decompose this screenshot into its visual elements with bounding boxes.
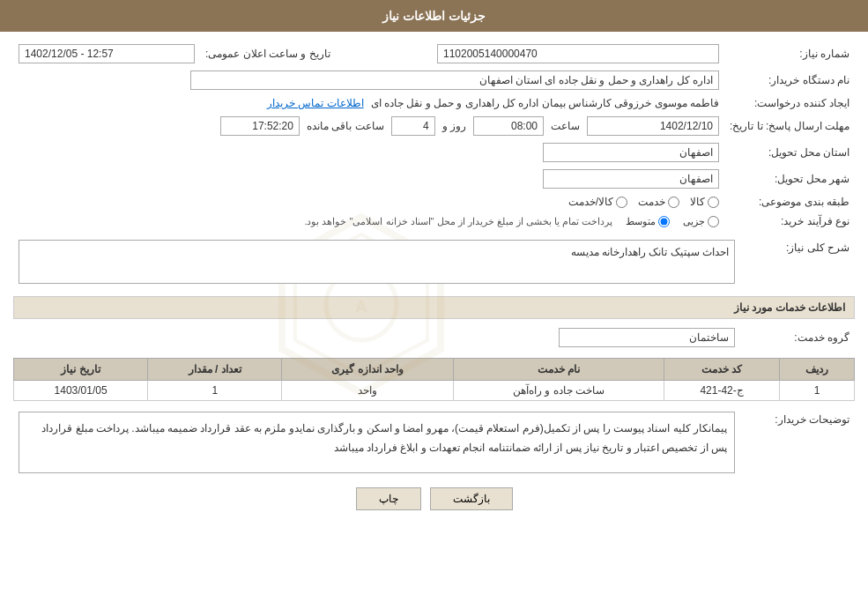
- category-goods-service[interactable]: کالا/خدمت: [568, 196, 627, 208]
- category-goods[interactable]: کالا: [690, 196, 719, 208]
- announce-date-label: تاریخ و ساعت اعلان عمومی:: [200, 41, 336, 67]
- cell-date: 1403/01/05: [14, 381, 148, 401]
- deadline-time-label: ساعت: [551, 120, 580, 132]
- buyer-notes-label: توضیحات خریدار:: [740, 408, 855, 477]
- buyer-org-label: نام دستگاه خریدار:: [724, 67, 855, 93]
- services-section-title: اطلاعات خدمات مورد نیاز: [13, 296, 855, 319]
- province-value: اصفهان: [543, 143, 719, 162]
- need-number-label: شماره نیاز:: [724, 41, 855, 67]
- purchase-medium[interactable]: متوسط: [626, 216, 670, 227]
- buyer-notes-value: پیمانکار کلیه اسناد پیوست را پس از تکمیل…: [19, 412, 735, 473]
- city-value: اصفهان: [543, 169, 719, 189]
- creator-contact-link[interactable]: اطلاعات تماس خریدار: [267, 97, 364, 109]
- need-description-label: شرح کلی نیاز:: [740, 236, 855, 287]
- print-button[interactable]: چاپ: [356, 487, 421, 510]
- cell-quantity: 1: [148, 381, 282, 401]
- cell-name: ساخت جاده و راه‌آهن: [454, 381, 664, 401]
- deadline-time: 08:00: [473, 116, 544, 136]
- table-row: 1ج-42-421ساخت جاده و راه‌آهنواحد11403/01…: [14, 381, 855, 401]
- announce-date-value: 1402/12/05 - 12:57: [19, 44, 195, 63]
- col-row-num: ردیف: [780, 359, 855, 381]
- purchase-partial[interactable]: جزیی: [683, 216, 719, 227]
- deadline-label: مهلت ارسال پاسخ: تا تاریخ:: [724, 113, 855, 139]
- col-service-name: نام خدمت: [454, 359, 664, 381]
- category-label: طبقه بندی موضوعی:: [724, 192, 855, 212]
- deadline-days: 4: [391, 116, 435, 136]
- purchase-description: پرداخت تمام یا بخشی از مبلغ خریدار از مح…: [304, 216, 612, 227]
- deadline-days-label: روز و: [442, 120, 466, 132]
- cell-code: ج-42-421: [664, 381, 780, 401]
- page-header: جزئیات اطلاعات نیاز: [0, 0, 868, 32]
- deadline-date: 1402/12/10: [587, 116, 719, 136]
- col-quantity: تعداد / مقدار: [148, 359, 282, 381]
- col-unit: واحد اندازه گیری: [282, 359, 454, 381]
- category-service[interactable]: خدمت: [638, 196, 679, 208]
- cell-row: 1: [780, 381, 855, 401]
- page-title: جزئیات اطلاعات نیاز: [382, 9, 486, 23]
- col-service-code: کد خدمت: [664, 359, 780, 381]
- services-table: ردیف کد خدمت نام خدمت واحد اندازه گیری ت…: [13, 358, 855, 401]
- col-need-date: تاریخ نیاز: [14, 359, 148, 381]
- deadline-remaining-label: ساعت باقی مانده: [307, 120, 384, 132]
- city-label: شهر محل تحویل:: [724, 166, 855, 192]
- province-label: استان محل تحویل:: [724, 139, 855, 166]
- creator-value: فاطمه موسوی خرزوقی کارشناس بیمان اداره ک…: [371, 97, 719, 109]
- service-group-value: ساختمان: [559, 328, 735, 347]
- purchase-type-label: نوع فرآیند خرید:: [724, 212, 855, 231]
- need-description-value: احداث سپتیک تانک راهدارخانه مدیسه: [19, 240, 735, 284]
- need-number-value: 1102005140000470: [437, 44, 719, 63]
- creator-label: ایجاد کننده درخواست:: [724, 93, 855, 113]
- action-buttons: بازگشت چاپ: [13, 477, 855, 521]
- deadline-remaining: 17:52:20: [220, 116, 300, 136]
- buyer-org-value: اداره کل راهداری و حمل و نقل جاده ای است…: [190, 71, 719, 90]
- back-button[interactable]: بازگشت: [430, 487, 513, 510]
- service-group-label: گروه خدمت:: [740, 324, 855, 351]
- cell-unit: واحد: [282, 381, 454, 401]
